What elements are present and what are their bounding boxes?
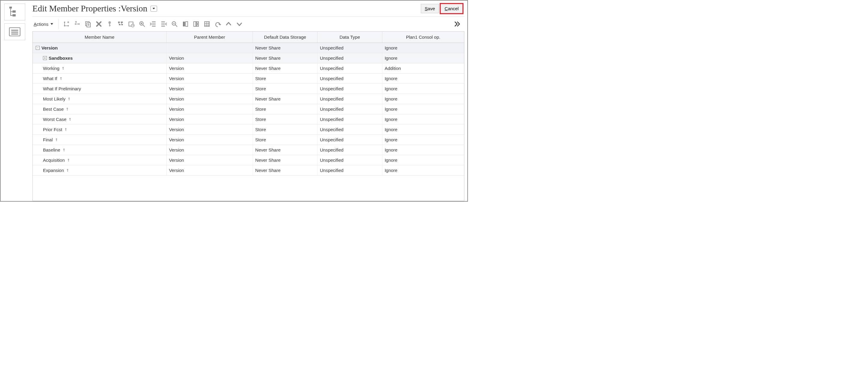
grid-body[interactable]: −VersionNever ShareUnspecifiedIgnore+San… <box>33 43 464 201</box>
key-button[interactable] <box>104 19 115 29</box>
cell-storage[interactable]: Store <box>253 73 317 84</box>
zoom-out-button[interactable] <box>169 19 180 29</box>
cell-dtype[interactable]: Unspecified <box>317 145 382 155</box>
cell-storage[interactable]: Never Share <box>253 165 317 176</box>
cell-consol[interactable]: Ignore <box>382 43 464 53</box>
cell-parent[interactable]: Version <box>166 104 253 114</box>
col-parent-member[interactable]: Parent Member <box>166 32 253 43</box>
table-row[interactable]: ExpansionVersionNever ShareUnspecifiedIg… <box>33 165 464 176</box>
undo-button[interactable] <box>212 19 223 29</box>
cell-dtype[interactable]: Unspecified <box>317 125 382 135</box>
cell-storage[interactable]: Store <box>253 84 317 94</box>
cell-consol[interactable]: Ignore <box>382 145 464 155</box>
table-row[interactable]: What If PreliminaryVersionStoreUnspecifi… <box>33 84 464 94</box>
col-data-type[interactable]: Data Type <box>317 32 382 43</box>
delete-button[interactable] <box>93 19 104 29</box>
hierarchy-tab[interactable] <box>4 4 25 21</box>
cell-dtype[interactable]: Unspecified <box>317 104 382 114</box>
caret-down-icon <box>152 7 155 10</box>
table-row[interactable]: +SandboxesVersionNever ShareUnspecifiedI… <box>33 53 464 63</box>
cell-consol[interactable]: Ignore <box>382 104 464 114</box>
col-member-name[interactable]: Member Name <box>33 32 166 43</box>
zoom-in-button[interactable] <box>137 19 148 29</box>
tree-toggle[interactable]: − <box>36 46 40 50</box>
cell-parent[interactable]: Version <box>166 155 253 165</box>
table-row[interactable]: BaselineVersionNever ShareUnspecifiedIgn… <box>33 145 464 155</box>
table-row[interactable]: Best CaseVersionStoreUnspecifiedIgnore <box>33 104 464 114</box>
history-button[interactable] <box>126 19 137 29</box>
col-data-storage[interactable]: Default Data Storage <box>253 32 317 43</box>
freeze-col-button[interactable] <box>180 19 191 29</box>
cell-dtype[interactable]: Unspecified <box>317 63 382 73</box>
cell-consol[interactable]: Ignore <box>382 94 464 104</box>
grid-button[interactable] <box>202 19 212 29</box>
actions-menu[interactable]: Actions <box>32 20 57 29</box>
cell-dtype[interactable]: Unspecified <box>317 53 382 63</box>
table-row[interactable]: FinalVersionStoreUnspecifiedIgnore <box>33 135 464 145</box>
cell-parent[interactable]: Version <box>166 125 253 135</box>
unfreeze-col-button[interactable] <box>191 19 202 29</box>
cancel-button[interactable]: Cancel <box>441 4 463 13</box>
cell-parent[interactable]: Version <box>166 165 253 176</box>
cell-storage[interactable]: Never Share <box>253 94 317 104</box>
indent-button[interactable] <box>158 19 169 29</box>
grid-header: Member Name Parent Member Default Data S… <box>33 32 464 43</box>
cell-dtype[interactable]: Unspecified <box>317 135 382 145</box>
cell-dtype[interactable]: Unspecified <box>317 155 382 165</box>
cell-parent[interactable]: Version <box>166 145 253 155</box>
cell-storage[interactable]: Never Share <box>253 145 317 155</box>
add-child-button[interactable] <box>61 19 72 29</box>
table-row[interactable]: What IfVersionStoreUnspecifiedIgnore <box>33 73 464 84</box>
table-row[interactable]: AcquisitionVersionNever ShareUnspecified… <box>33 155 464 165</box>
cell-parent[interactable]: Version <box>166 84 253 94</box>
dimension-dropdown[interactable] <box>151 6 157 12</box>
cell-consol[interactable]: Ignore <box>382 53 464 63</box>
table-row[interactable]: −VersionNever ShareUnspecifiedIgnore <box>33 43 464 53</box>
cell-consol[interactable]: Ignore <box>382 165 464 176</box>
cell-parent[interactable] <box>166 43 253 53</box>
add-sibling-button[interactable] <box>72 19 83 29</box>
cell-dtype[interactable]: Unspecified <box>317 43 382 53</box>
cell-storage[interactable]: Never Share <box>253 43 317 53</box>
cell-consol[interactable]: Ignore <box>382 125 464 135</box>
cell-storage[interactable]: Never Share <box>253 63 317 73</box>
cell-consol[interactable]: Ignore <box>382 84 464 94</box>
duplicate-button[interactable] <box>83 19 93 29</box>
table-row[interactable]: WorkingVersionNever ShareUnspecifiedAddi… <box>33 63 464 73</box>
cell-consol[interactable]: Addition <box>382 63 464 73</box>
cell-parent[interactable]: Version <box>166 135 253 145</box>
cell-parent[interactable]: Version <box>166 53 253 63</box>
table-row[interactable]: Prior FcstVersionStoreUnspecifiedIgnore <box>33 125 464 135</box>
cell-storage[interactable]: Store <box>253 104 317 114</box>
cell-consol[interactable]: Ignore <box>382 135 464 145</box>
cell-dtype[interactable]: Unspecified <box>317 114 382 125</box>
cell-parent[interactable]: Version <box>166 63 253 73</box>
col-consol-op[interactable]: Plan1 Consol op. <box>382 32 464 43</box>
cell-dtype[interactable]: Unspecified <box>317 165 382 176</box>
cell-parent[interactable]: Version <box>166 114 253 125</box>
table-row[interactable]: Worst CaseVersionStoreUnspecifiedIgnore <box>33 114 464 125</box>
key-icon <box>65 107 70 112</box>
cell-storage[interactable]: Never Share <box>253 155 317 165</box>
move-up-button[interactable] <box>223 19 234 29</box>
cell-storage[interactable]: Store <box>253 114 317 125</box>
outdent-button[interactable] <box>148 19 158 29</box>
table-row[interactable]: Most LikelyVersionNever ShareUnspecified… <box>33 94 464 104</box>
move-down-button[interactable] <box>234 19 245 29</box>
cell-storage[interactable]: Never Share <box>253 53 317 63</box>
cell-consol[interactable]: Ignore <box>382 73 464 84</box>
outline-button[interactable] <box>115 19 126 29</box>
toolbar-overflow-button[interactable] <box>452 19 463 29</box>
cell-dtype[interactable]: Unspecified <box>317 73 382 84</box>
cell-parent[interactable]: Version <box>166 73 253 84</box>
cell-parent[interactable]: Version <box>166 94 253 104</box>
tree-toggle[interactable]: + <box>43 56 47 60</box>
cell-consol[interactable]: Ignore <box>382 114 464 125</box>
cell-storage[interactable]: Store <box>253 125 317 135</box>
cell-storage[interactable]: Store <box>253 135 317 145</box>
list-tab[interactable] <box>4 24 25 40</box>
cell-consol[interactable]: Ignore <box>382 155 464 165</box>
cell-dtype[interactable]: Unspecified <box>317 84 382 94</box>
cell-dtype[interactable]: Unspecified <box>317 94 382 104</box>
save-button[interactable]: Save <box>421 4 439 13</box>
